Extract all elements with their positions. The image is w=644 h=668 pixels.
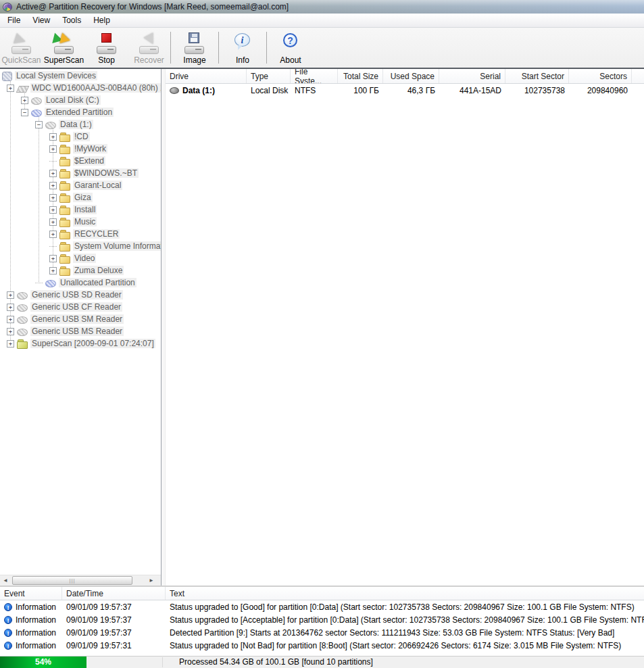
drive-list-header: DriveTypeFile Syste...Total SizeUsed Spa…: [166, 69, 644, 84]
drive-cell-type: Local Disk: [247, 86, 291, 95]
app-icon[interactable]: [3, 3, 12, 11]
stop-button[interactable]: Stop: [85, 28, 128, 68]
tree-item-data-1[interactable]: −Data (1:): [0, 118, 161, 130]
info-button[interactable]: iInfo: [219, 28, 266, 68]
expand-plus-icon[interactable]: +: [7, 291, 14, 299]
tree-item-label: Extended Partition: [45, 108, 114, 117]
quickscan-button: QuickScan: [0, 28, 43, 68]
event-log-panel: EventDate/TimeText !Information09/01/09 …: [0, 586, 644, 656]
drive-cell-fs: NTFS: [291, 86, 338, 95]
expand-plus-icon[interactable]: +: [49, 206, 57, 214]
event-column-header-text[interactable]: Text: [166, 587, 644, 600]
tree-item-generic-usb-cf-reader[interactable]: +Generic USB CF Reader: [0, 301, 161, 313]
tree-item-recycler[interactable]: +RECYCLER: [0, 228, 161, 240]
event-type-label: Information: [16, 641, 56, 650]
disk-gray-icon: [17, 302, 28, 312]
expand-plus-icon[interactable]: +: [49, 133, 57, 141]
tree-item-local-disk-c[interactable]: +Local Disk (C:): [0, 94, 161, 106]
tree-item-zuma-deluxe[interactable]: +Zuma Deluxe: [0, 264, 161, 277]
scroll-right-arrow-icon[interactable]: ►: [146, 576, 157, 586]
event-row[interactable]: !Information09/01/09 19:57:37Status upgr…: [0, 613, 644, 626]
event-row[interactable]: !Information09/01/09 19:57:31Status upgr…: [0, 639, 644, 652]
tree-item-giza[interactable]: +Giza: [0, 191, 161, 204]
tree-item-generic-usb-ms-reader[interactable]: +Generic USB MS Reader: [0, 325, 161, 337]
collapse-minus-icon[interactable]: −: [21, 109, 28, 116]
tree-connector: [35, 283, 43, 283]
drive-cell-drive: Data (1:): [166, 86, 247, 95]
event-row[interactable]: !Information09/01/09 19:57:37Detected Pa…: [0, 626, 644, 639]
column-header-serial[interactable]: Serial: [439, 69, 505, 83]
collapse-minus-icon[interactable]: −: [35, 121, 43, 128]
expand-plus-icon[interactable]: +: [21, 97, 28, 104]
scrollbar-thumb[interactable]: |||: [12, 576, 132, 585]
column-header-sectors[interactable]: Sectors: [569, 69, 632, 83]
event-cell-text: Status upgraded to [Not Bad] for partiti…: [166, 641, 644, 650]
expand-plus-icon[interactable]: +: [49, 231, 57, 238]
event-column-header-event[interactable]: Event: [0, 587, 62, 600]
menu-item-help[interactable]: Help: [87, 14, 116, 27]
expand-plus-icon[interactable]: +: [7, 316, 14, 323]
tree-item-extended-partition[interactable]: −Extended Partition: [0, 106, 161, 118]
tree-item-windows-bt[interactable]: +$WINDOWS.~BT: [0, 167, 161, 179]
menu-item-tools[interactable]: Tools: [56, 14, 87, 27]
tree-item-wdc-wd1600aajs-00b4a0-80h-149[interactable]: +WDC WD1600AAJS-00B4A0 (80h) 149: [0, 82, 161, 94]
column-header-start[interactable]: Start Sector: [505, 69, 569, 83]
tree-item-label: !MyWork: [73, 144, 107, 153]
column-header-type[interactable]: Type: [247, 69, 291, 83]
expand-plus-icon[interactable]: +: [7, 304, 14, 311]
expand-plus-icon[interactable]: +: [49, 170, 57, 177]
tree-item-cd[interactable]: +!CD: [0, 130, 161, 143]
expand-plus-icon[interactable]: +: [49, 267, 57, 275]
drive-row[interactable]: Data (1:)Local DiskNTFS100 ГБ46,3 ГБ441A…: [166, 84, 644, 97]
menu-item-view[interactable]: View: [26, 14, 56, 27]
event-row[interactable]: !Information09/01/09 19:57:37Status upgr…: [0, 600, 644, 613]
folder-icon: [59, 254, 70, 264]
expand-plus-icon[interactable]: +: [7, 85, 14, 92]
column-header-used[interactable]: Used Space: [383, 69, 439, 83]
tree-horizontal-scrollbar[interactable]: ◄ ||| ►: [0, 575, 161, 586]
column-header-blank: [632, 69, 644, 83]
event-type-label: Information: [16, 628, 56, 638]
event-column-header-datetime[interactable]: Date/Time: [62, 587, 166, 600]
tree-item-local-system-devices[interactable]: Local System Devices: [0, 70, 161, 82]
expand-plus-icon[interactable]: +: [49, 218, 57, 226]
superscan-button[interactable]: SuperScan: [43, 28, 85, 68]
image-button[interactable]: Image: [171, 28, 218, 68]
tree-item-generic-usb-sd-reader[interactable]: +Generic USB SD Reader: [0, 289, 161, 301]
superscan-button-label: SuperScan: [44, 55, 84, 65]
column-header-drive[interactable]: Drive: [166, 69, 247, 83]
menu-bar: FileViewToolsHelp: [0, 14, 644, 28]
expand-plus-icon[interactable]: +: [7, 340, 14, 348]
column-header-fs[interactable]: File Syste...: [291, 69, 338, 83]
tree-item-label: !CD: [73, 132, 90, 141]
quickscan-icon: [10, 32, 33, 54]
folder-icon: [59, 181, 70, 191]
column-header-total[interactable]: Total Size: [338, 69, 383, 83]
expand-plus-icon[interactable]: +: [49, 194, 57, 201]
tree-item-superscan-2009-09-01-07-24-07[interactable]: +SuperScan [2009-09-01 07:24:07]: [0, 337, 161, 350]
about-button[interactable]: ?About: [267, 28, 314, 68]
tree-item-mywork[interactable]: +!MyWork: [0, 143, 161, 155]
status-bar-separator: [162, 657, 163, 667]
scroll-left-arrow-icon[interactable]: ◄: [0, 576, 11, 586]
tree-item-label: Install: [73, 205, 97, 214]
info-icon: i: [231, 32, 254, 54]
expand-plus-icon[interactable]: +: [49, 255, 57, 262]
tree-item-unallocated-partition[interactable]: Unallocated Partition: [0, 277, 161, 289]
disk-gray-icon: [17, 314, 28, 325]
tree-item-label: SuperScan [2009-09-01 07:24:07]: [30, 339, 155, 348]
expand-plus-icon[interactable]: +: [7, 328, 14, 335]
tree-item-garant-local[interactable]: +Garant-Local: [0, 179, 161, 191]
expand-plus-icon[interactable]: +: [49, 182, 57, 189]
menu-item-file[interactable]: File: [1, 14, 26, 27]
event-type-label: Information: [16, 615, 56, 625]
tree-item-extend[interactable]: $Extend: [0, 155, 161, 167]
tree-item-system-volume-informatio[interactable]: System Volume Informatio: [0, 240, 161, 252]
tree-item-video[interactable]: +Video: [0, 252, 161, 264]
event-log-rows: !Information09/01/09 19:57:37Status upgr…: [0, 600, 644, 652]
tree-item-generic-usb-sm-reader[interactable]: +Generic USB SM Reader: [0, 313, 161, 325]
tree-item-install[interactable]: +Install: [0, 204, 161, 216]
expand-plus-icon[interactable]: +: [49, 145, 57, 153]
tree-item-music[interactable]: +Music: [0, 216, 161, 228]
event-cell-event: !Information: [0, 615, 62, 625]
